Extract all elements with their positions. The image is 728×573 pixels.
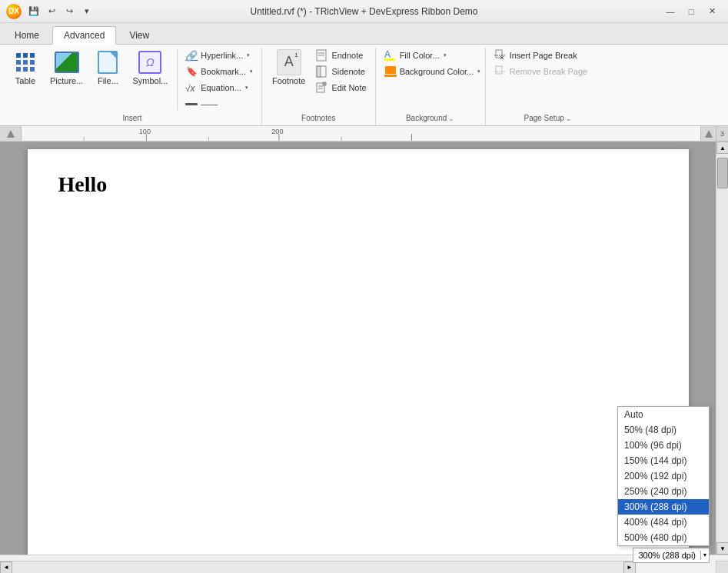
maximize-btn[interactable]: □ [681,4,701,19]
sidenote-icon [316,65,328,78]
hyperlink-label: Hyperlink... [201,51,243,60]
page-setup-expand-icon[interactable]: ⌄ [566,115,572,122]
svg-rect-17 [496,66,502,74]
scroll-down-btn[interactable]: ▼ [716,542,728,555]
equation-label: Equation... [201,83,241,92]
title-bar-left: DX 💾 ↩ ↪ ▾ [6,4,95,19]
endnote-icon [316,49,328,62]
svg-marker-19 [7,130,15,138]
picture-label: Picture... [50,76,83,86]
zoom-option-400[interactable]: 400% (484 dpi) [618,515,709,530]
file-button[interactable]: File... [90,48,125,88]
minimize-btn[interactable]: — [660,4,680,19]
sidenote-button[interactable]: Sidenote [312,64,370,79]
equation-button[interactable]: √x Equation... ▾ [181,80,257,95]
bookmark-button[interactable]: 🔖 Bookmark... ▾ [181,64,257,79]
document-content[interactable]: Hello [58,172,658,197]
redo-quick-btn[interactable]: ↪ [61,4,77,19]
ruler-left-margin [0,126,22,141]
edit-note-label: Edit Note [331,83,366,92]
editor-area[interactable]: Hello [0,142,716,555]
edit-note-button[interactable]: Edit Note [312,80,370,95]
symbol-label: Symbol... [132,76,168,86]
tab-advanced[interactable]: Advanced [52,26,116,45]
fill-color-icon: A [384,49,397,62]
insert-group-items: Table Picture... File... Ω Symbol... [8,48,257,112]
table-icon [13,50,38,75]
zoom-button[interactable]: 300% (288 dpi) ▾ [633,548,710,563]
picture-button[interactable]: Picture... [45,48,88,88]
table-button[interactable]: Table [8,48,43,88]
close-btn[interactable]: ✕ [702,4,722,19]
scroll-track-v[interactable] [716,154,728,542]
background-color-button[interactable]: Background Color... ▾ [381,64,480,79]
file-label: File... [98,76,118,86]
zoom-option-250[interactable]: 250% (240 dpi) [618,484,709,499]
hyperlink-icon: 🔗 [185,49,198,62]
insert-sep [177,49,178,110]
title-bar: DX 💾 ↩ ↪ ▾ Untitled.rvf (*) - TRichView … [0,0,728,23]
scroll-up-btn[interactable]: ▲ [716,142,728,154]
zoom-option-300[interactable]: 300% (288 dpi) [618,499,709,515]
sidenote-label: Sidenote [331,67,364,76]
zoom-option-150[interactable]: 150% (144 dpi) [618,453,709,468]
svg-rect-10 [384,58,395,61]
ribbon-group-footnotes: A Footnote Endnote [262,48,376,125]
hyperlink-button[interactable]: 🔗 Hyperlink... ▾ [181,48,257,63]
bookmark-label: Bookmark... [201,67,246,76]
window-title: Untitled.rvf (*) - TRichView + DevExpres… [251,6,478,17]
background-small-stack: A Fill Color... ▾ Background Color. [381,48,480,79]
resize-corner[interactable] [716,561,728,573]
page-setup-small-stack: Insert Page Break Remove Break Page [490,48,606,79]
undo-quick-btn[interactable]: ↩ [44,4,59,19]
fill-color-button[interactable]: A Fill Color... ▾ [381,48,480,63]
page-setup-group-label: Page Setup ⌄ [490,112,606,125]
background-color-label: Background Color... [400,67,474,76]
footnote-icon: A [277,50,301,75]
insert-page-break-icon [494,49,507,62]
app-icon: DX [6,4,22,19]
zoom-option-500[interactable]: 500% (480 dpi) [618,530,709,545]
ruler: 100 200 3 [0,126,728,142]
file-icon [95,50,120,75]
hline-icon [185,98,198,110]
ruler-corner: 3 [716,126,728,141]
scroll-left-btn[interactable]: ◄ [0,561,12,574]
zoom-option-50[interactable]: 50% (48 dpi) [618,422,709,438]
bookmark-icon: 🔖 [185,65,198,78]
zoom-current-value: 300% (288 dpi) [633,551,701,560]
save-quick-btn[interactable]: 💾 [26,4,42,19]
scroll-track-h[interactable] [12,561,623,574]
footnote-button[interactable]: A Footnote [267,48,311,88]
ribbon-group-insert: Table Picture... File... Ω Symbol... [3,48,262,125]
document-page: Hello [28,149,689,555]
background-expand-icon[interactable]: ⌄ [448,115,454,122]
tab-home[interactable]: Home [3,25,51,44]
zoom-option-100[interactable]: 100% (96 dpi) [618,438,709,453]
remove-page-break-button[interactable]: Remove Break Page [490,64,606,79]
svg-text:100: 100 [139,128,151,135]
zoom-dropdown-arrow: ▾ [701,551,709,558]
symbol-button[interactable]: Ω Symbol... [127,48,173,88]
scroll-thumb-v[interactable] [717,158,728,188]
insert-group-label: Insert [8,112,257,125]
table-label: Table [15,76,35,86]
qa-dropdown-btn[interactable]: ▾ [79,4,95,19]
hline-button[interactable]: —— [181,96,257,112]
svg-text:200: 200 [271,128,283,135]
picture-icon [55,50,79,75]
zoom-dropdown-list[interactable]: Auto 50% (48 dpi) 100% (96 dpi) 150% (14… [617,406,710,546]
background-color-icon [384,65,397,78]
zoom-option-auto[interactable]: Auto [618,407,709,422]
ribbon-content: Table Picture... File... Ω Symbol... [0,45,728,126]
equation-icon: √x [185,82,198,94]
page-setup-group-items: Insert Page Break Remove Break Page [490,48,606,112]
tab-view[interactable]: View [118,25,161,44]
endnote-button[interactable]: Endnote [312,48,370,63]
insert-page-break-button[interactable]: Insert Page Break [490,48,606,63]
footnote-label: Footnote [272,76,305,86]
svg-text:A: A [384,49,391,60]
zoom-option-200[interactable]: 200% (192 dpi) [618,468,709,484]
hyperlink-dropdown-icon: ▾ [247,52,250,58]
scroll-right-btn[interactable]: ► [623,561,636,574]
